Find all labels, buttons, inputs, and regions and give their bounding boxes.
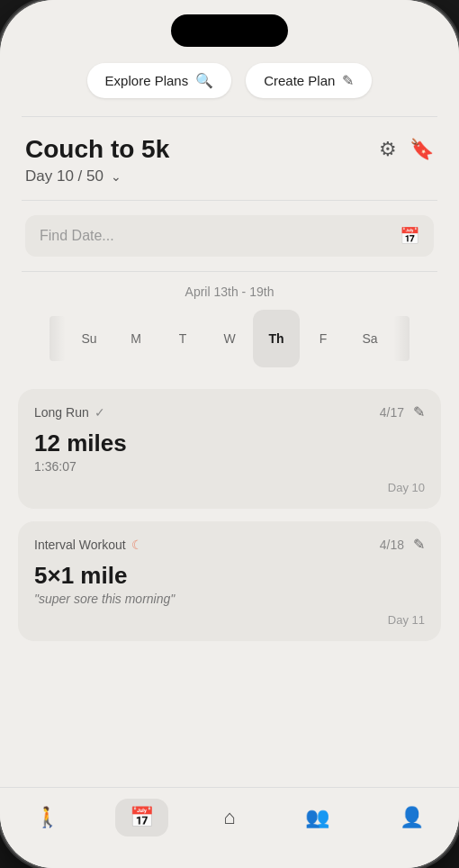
create-plan-button[interactable]: Create Plan ✎ [246,63,372,98]
settings-icon[interactable]: ⚙ [379,138,397,161]
explore-label: Explore Plans [105,73,189,88]
tab-social[interactable]: 👥 [291,799,344,836]
card-day-interval: Day 11 [388,613,425,627]
plan-day-progress: Day 10 / 50 [25,167,104,185]
shoe-icon: 🚶 [35,806,59,829]
card-main-longrun: 12 miles [34,429,425,457]
card-note-interval: "super sore this morning" [34,592,425,606]
workout-card-longrun: Long Run ✓ 4/17 ✎ 12 miles 1:36:07 Day 1… [18,389,441,509]
cards-section: Long Run ✓ 4/17 ✎ 12 miles 1:36:07 Day 1… [0,375,459,641]
day-f[interactable]: F [300,310,346,367]
day-sa[interactable]: Sa [346,310,393,367]
plan-subtitle: Day 10 / 50 ⌄ [25,167,434,185]
dynamic-island [171,14,288,47]
card-sub-longrun: 1:36:07 [34,459,425,474]
tab-bar: 🚶 📅 ⌂ 👥 👤 [0,787,459,868]
week-days-row: Su M T W Th F [0,310,459,367]
phone-frame: Explore Plans 🔍 Create Plan ✎ Couch to 5… [0,0,459,868]
chevron-down-icon[interactable]: ⌄ [111,169,122,184]
content-area: Explore Plans 🔍 Create Plan ✎ Couch to 5… [0,0,459,787]
card-header-left-longrun: Long Run ✓ [34,405,105,420]
card-main-interval: 5×1 mile [34,562,425,590]
workout-card-interval: Interval Workout ☾ 4/18 ✎ 5×1 mile "supe… [18,521,441,641]
card-footer-interval: Day 11 [34,613,425,627]
day-f-label: F [320,331,328,346]
day-t[interactable]: T [159,310,206,367]
tab-activity[interactable]: 🚶 [21,799,74,836]
plan-header: Couch to 5k ⚙ 🔖 Day 10 / 50 ⌄ [0,117,459,185]
top-buttons-row: Explore Plans 🔍 Create Plan ✎ [0,63,459,98]
week-range-label: April 13th - 19th [0,285,459,299]
find-date-placeholder: Find Date... [40,228,114,244]
day-su-label: Su [81,331,96,346]
tab-home[interactable]: ⌂ [209,799,249,836]
card-date-longrun: 4/17 [380,405,404,420]
people-icon: 👥 [305,806,329,829]
day-m-label: M [130,331,141,346]
edit-icon-longrun[interactable]: ✎ [413,403,425,420]
day-su[interactable]: Su [66,310,112,367]
card-header-right-interval: 4/18 ✎ [380,536,425,553]
day-t-label: T [179,331,187,346]
check-icon-longrun: ✓ [94,405,105,420]
find-date-input[interactable]: Find Date... 📅 [25,215,434,257]
card-footer-longrun: Day 10 [34,481,425,494]
edit-circle-icon: ✎ [342,72,354,89]
card-header-longrun: Long Run ✓ 4/17 ✎ [34,403,425,420]
card-type-interval: Interval Workout [34,538,126,552]
scroll-left-indicator [50,316,66,361]
create-label: Create Plan [264,73,335,88]
person-icon: 👤 [400,806,424,829]
day-th-label: Th [268,331,284,346]
plan-title: Couch to 5k [25,135,169,164]
moon-icon-interval: ☾ [131,538,143,552]
calendar-tab-icon: 📅 [130,806,154,829]
scroll-right-indicator [393,316,410,361]
plan-title-row: Couch to 5k ⚙ 🔖 [25,135,434,164]
explore-plans-button[interactable]: Explore Plans 🔍 [87,63,232,98]
day-sa-label: Sa [362,331,377,346]
card-header-interval: Interval Workout ☾ 4/18 ✎ [34,536,425,553]
day-m[interactable]: M [112,310,159,367]
card-header-left-interval: Interval Workout ☾ [34,538,143,552]
card-type-longrun: Long Run [34,405,89,420]
bookmark-icon[interactable]: 🔖 [410,138,434,161]
search-icon: 🔍 [195,72,213,89]
plan-actions: ⚙ 🔖 [379,138,434,161]
calendar-icon: 📅 [400,226,419,246]
tab-plan[interactable]: 📅 [115,799,168,836]
home-icon: ⌂ [223,806,235,829]
week-section: April 13th - 19th Su M T W [0,272,459,375]
tab-profile[interactable]: 👤 [385,799,438,836]
card-header-right-longrun: 4/17 ✎ [380,403,425,420]
day-th[interactable]: Th [253,310,300,367]
edit-icon-interval[interactable]: ✎ [413,536,425,553]
screen: Explore Plans 🔍 Create Plan ✎ Couch to 5… [0,0,459,868]
day-w-label: W [223,331,235,346]
card-date-interval: 4/18 [380,538,404,552]
find-date-section: Find Date... 📅 [0,201,459,271]
card-day-longrun: Day 10 [388,481,425,494]
day-w[interactable]: W [206,310,253,367]
